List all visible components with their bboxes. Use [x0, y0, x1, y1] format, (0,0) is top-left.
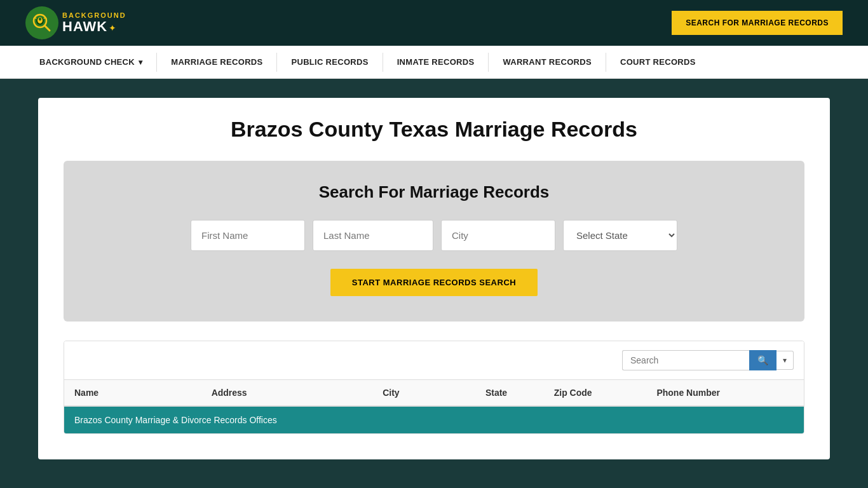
svg-point-3 [39, 18, 41, 21]
table-row-label: Brazos County Marriage & Divorce Records… [74, 415, 277, 425]
logo-text: BACKGROUND HAWK ✦ [62, 11, 126, 34]
svg-line-4 [45, 26, 50, 30]
search-btn-row: START MARRIAGE RECORDS SEARCH [89, 269, 779, 296]
nav-background-check[interactable]: BACKGROUND CHECK [25, 46, 156, 79]
nav-public-records[interactable]: PUBLIC RECORDS [277, 46, 382, 79]
nav-inmate-records[interactable]: INMATE RECORDS [383, 46, 489, 79]
column-header-address: Address [212, 388, 383, 398]
table-toolbar: 🔍 ▾ [64, 341, 804, 380]
nav-warrant-records[interactable]: WARRANT RECORDS [489, 46, 606, 79]
table-dropdown-button[interactable]: ▾ [776, 351, 794, 370]
city-input[interactable] [441, 220, 555, 251]
table-row[interactable]: Brazos County Marriage & Divorce Records… [64, 407, 804, 433]
logo[interactable]: BACKGROUND HAWK ✦ [25, 6, 126, 39]
page-title: Brazos County Texas Marriage Records [64, 117, 804, 142]
table-search-input[interactable] [622, 350, 749, 370]
logo-bottom-text: HAWK [62, 19, 107, 34]
search-inputs-row: Select State Alabama Alaska Arizona Arka… [89, 220, 779, 251]
header-search-button[interactable]: SEARCH FOR MARRIAGE RECORDS [672, 11, 843, 35]
start-search-button[interactable]: START MARRIAGE RECORDS SEARCH [330, 269, 538, 296]
state-select[interactable]: Select State Alabama Alaska Arizona Arka… [563, 220, 677, 251]
navigation-bar: BACKGROUND CHECK MARRIAGE RECORDS PUBLIC… [0, 46, 868, 79]
column-header-name: Name [74, 388, 212, 398]
search-form-box: Search For Marriage Records Select State… [64, 161, 804, 322]
table-header-row: Name Address City State Zip Code Phone N… [64, 380, 804, 407]
logo-wing-icon: ✦ [109, 24, 116, 33]
nav-marriage-records[interactable]: MARRIAGE RECORDS [157, 46, 276, 79]
column-header-state: State [485, 388, 554, 398]
main-background: Brazos County Texas Marriage Records Sea… [0, 79, 868, 485]
site-header: BACKGROUND HAWK ✦ SEARCH FOR MARRIAGE RE… [0, 0, 868, 46]
first-name-input[interactable] [191, 220, 305, 251]
column-header-phone: Phone Number [656, 388, 794, 398]
table-search-button[interactable]: 🔍 [749, 350, 776, 370]
search-form-title: Search For Marriage Records [89, 182, 779, 202]
content-card: Brazos County Texas Marriage Records Sea… [38, 98, 830, 459]
column-header-zip: Zip Code [554, 388, 657, 398]
search-icon: 🔍 [757, 355, 768, 365]
logo-icon [25, 6, 58, 39]
nav-court-records[interactable]: COURT RECORDS [606, 46, 710, 79]
records-table-section: 🔍 ▾ Name Address City State Zip Code Pho… [64, 341, 804, 434]
column-header-city: City [383, 388, 485, 398]
last-name-input[interactable] [313, 220, 433, 251]
chevron-down-icon: ▾ [783, 356, 787, 365]
